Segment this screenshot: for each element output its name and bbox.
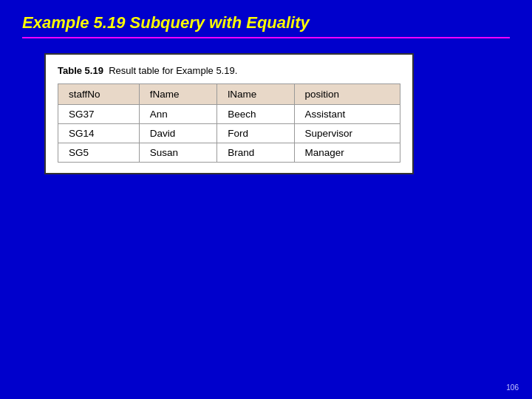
- table-cell: Beech: [217, 105, 294, 124]
- table-cell: SG14: [58, 124, 140, 143]
- page-number: 106: [506, 383, 519, 392]
- col-header-lname: lName: [217, 84, 294, 105]
- table-header-row: staffNo fName lName position: [58, 84, 400, 105]
- table-cell: Assistant: [294, 105, 400, 124]
- table-cell: Susan: [139, 143, 216, 163]
- table-container: Table 5.19 Result table for Example 5.19…: [44, 53, 414, 174]
- table-caption: Table 5.19 Result table for Example 5.19…: [58, 65, 400, 76]
- table-row: SG5SusanBrandManager: [58, 143, 400, 163]
- table-row: SG37AnnBeechAssistant: [58, 105, 400, 124]
- slide-title: Example 5.19 Subquery with Equality: [22, 13, 510, 33]
- table-cell: David: [139, 124, 216, 143]
- col-header-staffno: staffNo: [58, 84, 140, 105]
- col-header-position: position: [294, 84, 400, 105]
- table-cell: Supervisor: [294, 124, 400, 143]
- col-header-fname: fName: [139, 84, 216, 105]
- slide: Example 5.19 Subquery with Equality Tabl…: [0, 0, 532, 399]
- table-cell: SG5: [58, 143, 140, 163]
- table-cell: Manager: [294, 143, 400, 163]
- table-row: SG14DavidFordSupervisor: [58, 124, 400, 143]
- content-area: Table 5.19 Result table for Example 5.19…: [0, 46, 532, 182]
- data-table: staffNo fName lName position SG37AnnBeec…: [58, 83, 400, 163]
- table-cell: Ann: [139, 105, 216, 124]
- table-label: Table 5.19: [58, 65, 103, 76]
- title-area: Example 5.19 Subquery with Equality: [0, 0, 532, 46]
- table-cell: Brand: [217, 143, 294, 163]
- table-cell: Ford: [217, 124, 294, 143]
- table-cell: SG37: [58, 105, 140, 124]
- title-underline: [22, 37, 510, 38]
- table-caption-text: Result table for Example 5.19.: [109, 65, 237, 76]
